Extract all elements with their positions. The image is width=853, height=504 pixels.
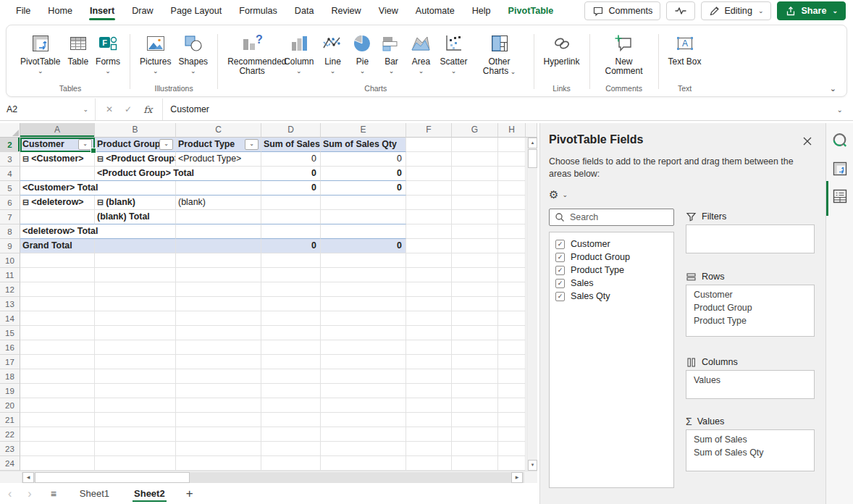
cell-G12[interactable] xyxy=(452,282,498,297)
row-header-19[interactable]: 19 xyxy=(0,384,20,398)
cell-D19[interactable] xyxy=(261,384,321,398)
rows-area-box[interactable]: CustomerProduct GroupProduct Type xyxy=(686,285,815,337)
cell-H2[interactable] xyxy=(498,138,526,152)
checkbox-sales[interactable]: ✓ xyxy=(555,279,565,288)
row-header-3[interactable]: 3 xyxy=(0,152,20,167)
cell-B18[interactable] xyxy=(95,369,176,384)
cell-A22[interactable] xyxy=(20,427,95,442)
ribbon-button-pivottable[interactable]: PivotTable⌄ xyxy=(17,28,64,75)
cell-F7[interactable] xyxy=(406,210,452,224)
cell-G9[interactable] xyxy=(452,239,498,253)
cell-H23[interactable] xyxy=(498,442,526,456)
cell-F6[interactable] xyxy=(406,196,452,210)
cell-B20[interactable] xyxy=(95,398,176,413)
cell-D23[interactable] xyxy=(261,442,321,456)
cell-F3[interactable] xyxy=(406,152,452,167)
cell-A24[interactable] xyxy=(20,456,95,471)
row-header-6[interactable]: 6 xyxy=(0,196,20,210)
enter-icon[interactable]: ✓ xyxy=(125,104,132,114)
cell-H8[interactable] xyxy=(498,224,526,239)
filters-area-box[interactable] xyxy=(686,224,815,253)
menu-help[interactable]: Help xyxy=(463,0,500,22)
row-header-2[interactable]: 2 xyxy=(0,138,20,152)
cell-A3[interactable]: ⊟<Customer> xyxy=(20,152,95,167)
cell-G22[interactable] xyxy=(452,427,498,442)
ribbon-button-forms[interactable]: FForms⌄ xyxy=(92,28,124,75)
cell-A12[interactable] xyxy=(20,282,95,297)
cell-B21[interactable] xyxy=(95,413,176,427)
ribbon-button-line[interactable]: Line⌄ xyxy=(317,28,348,75)
cell-F17[interactable] xyxy=(406,355,452,369)
cell-F9[interactable] xyxy=(406,239,452,253)
activity-button[interactable] xyxy=(666,1,695,20)
menu-automate[interactable]: Automate xyxy=(407,0,463,22)
row-header-21[interactable]: 21 xyxy=(0,413,20,427)
cell-E16[interactable] xyxy=(321,340,406,355)
cell-G15[interactable] xyxy=(452,326,498,340)
cell-A7[interactable] xyxy=(20,210,95,224)
column-header-C[interactable]: C xyxy=(176,123,261,138)
cell-B10[interactable] xyxy=(95,253,176,268)
cell-E15[interactable] xyxy=(321,326,406,340)
cell-G5[interactable] xyxy=(452,181,498,196)
cell-G13[interactable] xyxy=(452,297,498,311)
cell-D20[interactable] xyxy=(261,398,321,413)
cell-B17[interactable] xyxy=(95,355,176,369)
sheet-tab-sheet2[interactable]: Sheet2 xyxy=(122,483,177,504)
ribbon-button-scatter[interactable]: Scatter⌄ xyxy=(436,28,471,75)
cell-E21[interactable] xyxy=(321,413,406,427)
cell-B4[interactable]: <Product Group> Total xyxy=(95,167,261,181)
cell-C18[interactable] xyxy=(176,369,261,384)
pivot-area-item-sum-of-sales-qty[interactable]: Sum of Sales Qty xyxy=(686,446,814,459)
checkbox-sales-qty[interactable]: ✓ xyxy=(555,292,565,301)
cell-D5[interactable]: 0 xyxy=(261,181,321,196)
cell-H15[interactable] xyxy=(498,326,526,340)
cell-G17[interactable] xyxy=(452,355,498,369)
cell-A17[interactable] xyxy=(20,355,95,369)
cell-C14[interactable] xyxy=(176,311,261,326)
cell-H16[interactable] xyxy=(498,340,526,355)
filter-dropdown-button[interactable]: ⌄ xyxy=(78,139,92,150)
cell-D7[interactable] xyxy=(261,210,321,224)
column-header-E[interactable]: E xyxy=(321,123,406,138)
menu-home[interactable]: Home xyxy=(39,0,81,22)
row-header-11[interactable]: 11 xyxy=(0,268,20,282)
cell-E2[interactable]: Sum of Sales Qty xyxy=(321,138,406,152)
cell-B23[interactable] xyxy=(95,442,176,456)
cell-A6[interactable]: ⊟<deleterow> xyxy=(20,196,95,210)
cell-F22[interactable] xyxy=(406,427,452,442)
ribbon-button-text-box[interactable]: AText Box xyxy=(665,28,705,67)
cell-D2[interactable]: Sum of Sales xyxy=(261,138,321,152)
cell-B19[interactable] xyxy=(95,384,176,398)
menu-page-layout[interactable]: Page Layout xyxy=(162,0,231,22)
collapse-button[interactable]: ⊟ xyxy=(22,198,29,206)
cell-C19[interactable] xyxy=(176,384,261,398)
cell-G20[interactable] xyxy=(452,398,498,413)
pivot-area-item-customer[interactable]: Customer xyxy=(686,288,814,301)
menu-file[interactable]: File xyxy=(7,0,39,22)
cell-H10[interactable] xyxy=(498,253,526,268)
cell-H18[interactable] xyxy=(498,369,526,384)
row-header-7[interactable]: 7 xyxy=(0,210,20,224)
cell-G24[interactable] xyxy=(452,456,498,471)
cell-C10[interactable] xyxy=(176,253,261,268)
cell-D9[interactable]: 0 xyxy=(261,239,321,253)
share-button[interactable]: Share ⌄ xyxy=(777,1,846,20)
cell-D17[interactable] xyxy=(261,355,321,369)
pivottable-pane-icon[interactable] xyxy=(832,161,848,177)
vertical-scrollbar[interactable]: ▲ ▼ xyxy=(526,138,537,471)
row-header-22[interactable]: 22 xyxy=(0,427,20,442)
row-header-13[interactable]: 13 xyxy=(0,297,20,311)
cell-E3[interactable]: 0 xyxy=(321,152,406,167)
cell-H12[interactable] xyxy=(498,282,526,297)
collapse-button[interactable]: ⊟ xyxy=(22,154,29,163)
cell-F4[interactable] xyxy=(406,167,452,181)
column-header-H[interactable]: H xyxy=(498,123,526,138)
cell-E9[interactable]: 0 xyxy=(321,239,406,253)
next-sheet-arrow[interactable]: › xyxy=(20,484,39,503)
collapse-button[interactable]: ⊟ xyxy=(97,198,104,206)
cell-B2[interactable]: Product Group⌄ xyxy=(95,138,176,152)
cell-C9[interactable] xyxy=(176,239,261,253)
search-input[interactable] xyxy=(570,212,668,222)
cell-F14[interactable] xyxy=(406,311,452,326)
